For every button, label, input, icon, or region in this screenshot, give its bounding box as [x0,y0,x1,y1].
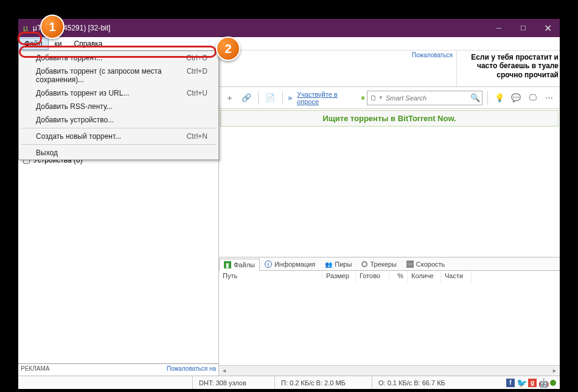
android-icon[interactable]: 🤖 [539,379,548,387]
menu-help[interactable]: Справка [68,38,108,50]
more-icon[interactable]: ⋯ [542,90,556,106]
maximize-button[interactable]: ☐ [511,19,535,37]
col-count[interactable]: Количе [408,271,441,283]
status-dot-icon [550,380,556,386]
twitter-icon[interactable]: 🐦 [517,379,526,387]
menu-item[interactable]: Добавить торрент (с запросом места сохра… [19,65,218,86]
app-window: µ µT (build 45291) [32-bit] ─ ☐ ✕ Файл к… [18,18,560,390]
menu-item[interactable]: Добавить RSS-ленту... [19,100,218,113]
trackers-icon [361,261,367,267]
menu-item[interactable]: Добавить устройство... [19,113,218,127]
window-title: µT (build 45291) [32-bit] [33,24,487,32]
tab-trackers[interactable]: Трекеры [357,258,401,270]
search-box[interactable]: 🗋 ▼ 🔍 [367,91,482,105]
col-pct[interactable]: % [389,271,408,283]
details-panel: ▮Файлы iИнформация 👥Пиры Трекеры 〰Скорос… [219,257,560,376]
sidebar-ad-footer: РЕКЛАМА Пожаловаться на [18,363,218,376]
menu-item[interactable]: Создать новый торрент...Ctrl+N [19,130,218,143]
menubar: Файл ки Справка [18,37,560,51]
status-dht: DHT: 308 узлов [192,376,274,389]
close-button[interactable]: ✕ [535,19,560,37]
scroll-right-icon[interactable]: ► [549,368,560,374]
create-button[interactable]: 📄 [263,90,277,106]
sidebar-tree: Устройства (0) [18,152,218,363]
menu-settings[interactable]: ки [49,38,68,50]
info-icon: i [265,261,272,268]
search-category-icon[interactable]: 🗋 [370,94,377,102]
add-url-button[interactable]: 🔗 [239,90,253,106]
menu-item[interactable]: Добавить торрент из URL...Ctrl+U [19,86,218,100]
bulb-icon[interactable]: 💡 [493,90,507,106]
peers-icon: 👥 [325,261,332,268]
torrent-list [219,128,560,254]
status-up: О: 0.1 КБ/с В: 66.7 КБ [372,376,469,389]
chevron-down-icon[interactable]: ▼ [378,95,383,100]
menu-file[interactable]: Файл [18,38,49,50]
horizontal-scrollbar[interactable]: ◄ ► [219,365,560,376]
folder-icon: ▮ [224,261,231,268]
col-done[interactable]: Готово [356,271,389,283]
file-list-body [219,283,560,365]
tab-speed[interactable]: 〰Скорость [402,258,450,270]
add-button[interactable]: ＋ [223,90,237,106]
details-tabs: ▮Файлы iИнформация 👥Пиры Трекеры 〰Скорос… [219,257,560,271]
search-input[interactable] [386,94,470,102]
chat-icon[interactable]: 💬 [509,90,523,106]
top-complain-link[interactable]: Пожаловаться [412,52,453,58]
annotation-badge-1: 1 [40,15,64,39]
titlebar: µ µT (build 45291) [32-bit] ─ ☐ ✕ [18,19,560,37]
ad-label: РЕКЛАМА [21,365,49,374]
survey-dot-icon [361,96,364,100]
main-panel: Пожаловаться Если у тебя простатит и час… [219,51,560,376]
top-ad-text[interactable]: Если у тебя простатит и часто бегаешь в … [456,51,560,86]
scroll-left-icon[interactable]: ◄ [219,368,229,374]
col-path[interactable]: Путь [219,271,322,283]
annotation-badge-2: 2 [216,37,240,61]
toolbar: ＋ 🔗 📄 » Участвуйте в опросе 🗋 ▼ 🔍 💡 💬 🖵 [219,87,560,109]
file-columns: Путь Размер Готово % Количе Части [219,271,560,283]
tab-files[interactable]: ▮Файлы [219,259,260,271]
survey-link[interactable]: Участвуйте в опросе [297,91,354,105]
col-size[interactable]: Размер [322,271,356,283]
body-area: Устройства (0) РЕКЛАМА Пожаловаться на П… [18,51,560,376]
promo-bar[interactable]: Ищите торренты в BitTorrent Now. [220,110,559,127]
google-plus-icon[interactable]: g [528,379,537,387]
search-icon[interactable]: 🔍 [470,93,480,102]
col-parts[interactable]: Части [441,271,472,283]
menu-item[interactable]: Выход [19,146,218,159]
facebook-icon[interactable]: f [506,379,515,387]
statusbar: DHT: 308 узлов П: 0.2 КБ/с В: 2.0 МБ О: … [18,376,560,389]
social-icons: f 🐦 g 🤖 [506,379,556,387]
file-dropdown-menu: Добавить торрент...Ctrl+OДобавить торрен… [18,51,219,160]
ad-complain-link[interactable]: Пожаловаться на [167,365,216,374]
speed-icon: 〰 [406,261,414,268]
tab-info[interactable]: iИнформация [260,258,320,270]
menu-item[interactable]: Добавить торрент...Ctrl+O [19,51,218,65]
tab-peers[interactable]: 👥Пиры [320,258,357,270]
remote-icon[interactable]: 🖵 [526,90,540,106]
status-down: П: 0.2 КБ/с В: 2.0 МБ [274,376,372,389]
app-icon: µ [18,23,33,33]
minimize-button[interactable]: ─ [487,19,511,37]
top-ad-bar: Пожаловаться Если у тебя простатит и час… [219,51,560,87]
